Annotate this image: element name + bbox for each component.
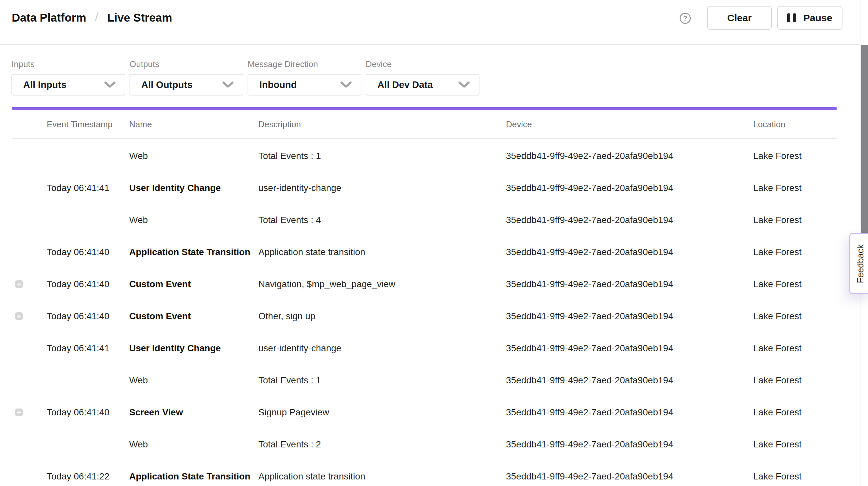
event-name: User Identity Change — [129, 343, 258, 354]
event-device: 35eddb41-9ff9-49e2-7aed-20afa90eb194 — [506, 439, 753, 450]
chevron-down-icon — [104, 82, 116, 88]
live-stream-accent-bar — [12, 107, 837, 110]
chevron-down-icon — [459, 82, 470, 88]
event-description: Signup Pageview — [258, 407, 506, 418]
event-name: User Identity Change — [129, 183, 258, 193]
breadcrumb-data-platform[interactable]: Data Platform — [12, 11, 86, 24]
row-expand-cell: + — [12, 473, 47, 481]
event-location: Lake Forest — [753, 247, 837, 257]
table-row[interactable]: + Today 06:41:40 Screen View Signup Page… — [12, 396, 837, 428]
column-device: Device — [506, 119, 753, 129]
help-button[interactable]: ? — [680, 13, 691, 24]
inputs-select-value: All Inputs — [23, 80, 66, 90]
row-expand-cell: + — [12, 408, 47, 416]
event-description: Total Events : 1 — [258, 375, 506, 386]
event-location: Lake Forest — [753, 151, 837, 161]
event-name: Web — [129, 375, 258, 386]
table-row[interactable]: + Today 06:41:22 Application State Trans… — [12, 460, 837, 486]
breadcrumb-separator: / — [95, 10, 98, 24]
event-timestamp: Today 06:41:40 — [47, 311, 129, 322]
plus-icon: + — [17, 281, 21, 287]
filter-device-label: Device — [366, 59, 479, 69]
event-name: Web — [129, 215, 258, 225]
event-timestamp: Today 06:41:40 — [47, 279, 129, 290]
table-row[interactable]: + Today 06:41:40 Custom Event Navigation… — [12, 268, 837, 300]
event-description: Navigation, $mp_web_page_view — [258, 279, 506, 290]
column-location: Location — [753, 119, 837, 129]
table-row[interactable]: + Today 06:41:41 User Identity Change us… — [12, 172, 837, 204]
table-row[interactable]: + Today 06:41:40 Custom Event Other, sig… — [12, 300, 837, 332]
feedback-tab-label: Feedback — [856, 244, 866, 283]
clear-button-label: Clear — [727, 12, 751, 24]
help-icon: ? — [683, 14, 687, 22]
device-select[interactable]: All Dev Data — [366, 74, 479, 95]
event-name: Web — [129, 151, 258, 161]
event-device: 35eddb41-9ff9-49e2-7aed-20afa90eb194 — [506, 471, 753, 482]
event-location: Lake Forest — [753, 375, 837, 386]
event-location: Lake Forest — [753, 183, 837, 193]
table-row[interactable]: + Today 06:41:40 Application State Trans… — [12, 236, 837, 268]
pause-icon — [787, 13, 796, 22]
event-device: 35eddb41-9ff9-49e2-7aed-20afa90eb194 — [506, 279, 753, 290]
event-table-body: + Web Total Events : 1 35eddb41-9ff9-49e… — [12, 140, 837, 486]
outputs-select-value: All Outputs — [141, 80, 192, 90]
event-location: Lake Forest — [753, 215, 837, 225]
event-device: 35eddb41-9ff9-49e2-7aed-20afa90eb194 — [506, 407, 753, 418]
row-expand-cell: + — [12, 248, 47, 256]
event-table-header: Event Timestamp Name Description Device … — [12, 110, 837, 139]
expand-row-button[interactable]: + — [15, 408, 23, 416]
breadcrumb: Data Platform / Live Stream — [12, 11, 172, 25]
table-row[interactable]: + Web Total Events : 1 35eddb41-9ff9-49e… — [12, 364, 837, 396]
row-expand-cell: + — [12, 184, 47, 192]
event-timestamp: Today 06:41:22 — [47, 471, 129, 482]
plus-icon: + — [17, 313, 21, 320]
event-name: Custom Event — [129, 311, 258, 322]
filter-device: Device All Dev Data — [366, 59, 479, 95]
filter-message-direction: Message Direction Inbound — [248, 59, 362, 95]
event-timestamp: Today 06:41:41 — [47, 183, 129, 193]
table-row[interactable]: + Web Total Events : 1 35eddb41-9ff9-49e… — [12, 140, 837, 172]
event-location: Lake Forest — [753, 439, 837, 450]
table-row[interactable]: + Today 06:41:41 User Identity Change us… — [12, 332, 837, 364]
scrollbar-thumb[interactable] — [861, 45, 868, 233]
message-direction-select[interactable]: Inbound — [248, 74, 362, 95]
event-timestamp: Today 06:41:40 — [47, 247, 129, 257]
event-name: Custom Event — [129, 279, 258, 290]
row-expand-cell: + — [12, 280, 47, 288]
row-expand-cell: + — [12, 152, 47, 160]
event-name: Application State Transition — [129, 471, 258, 482]
column-description: Description — [258, 119, 506, 129]
event-location: Lake Forest — [753, 407, 837, 418]
outputs-select[interactable]: All Outputs — [129, 74, 243, 95]
event-device: 35eddb41-9ff9-49e2-7aed-20afa90eb194 — [506, 343, 753, 354]
event-timestamp: Today 06:41:40 — [47, 407, 129, 418]
column-name: Name — [129, 119, 258, 129]
feedback-tab[interactable]: Feedback — [849, 233, 868, 294]
event-description: user-identity-change — [258, 183, 506, 193]
live-stream-screen: Data Platform / Live Stream ? Clear Paus… — [0, 0, 868, 486]
filter-inputs-label: Inputs — [11, 59, 125, 69]
filter-outputs: Outputs All Outputs — [129, 59, 243, 95]
event-device: 35eddb41-9ff9-49e2-7aed-20afa90eb194 — [506, 183, 753, 193]
expand-row-button[interactable]: + — [15, 312, 23, 320]
expand-row-button[interactable]: + — [15, 280, 23, 288]
event-name: Screen View — [129, 407, 258, 418]
inputs-select[interactable]: All Inputs — [11, 74, 125, 95]
filter-outputs-label: Outputs — [129, 59, 243, 69]
breadcrumb-current-live-stream: Live Stream — [107, 11, 172, 24]
event-description: Total Events : 4 — [258, 215, 506, 225]
row-expand-cell: + — [12, 344, 47, 352]
event-description: Other, sign up — [258, 311, 506, 322]
top-bar: Data Platform / Live Stream ? Clear Paus… — [0, 0, 860, 45]
event-device: 35eddb41-9ff9-49e2-7aed-20afa90eb194 — [506, 375, 753, 386]
row-expand-cell: + — [12, 376, 47, 384]
clear-button[interactable]: Clear — [707, 6, 772, 30]
event-device: 35eddb41-9ff9-49e2-7aed-20afa90eb194 — [506, 247, 753, 257]
event-description: Application state transition — [258, 247, 506, 257]
table-row[interactable]: + Web Total Events : 4 35eddb41-9ff9-49e… — [12, 204, 837, 236]
pause-button[interactable]: Pause — [777, 6, 842, 30]
event-description: Total Events : 1 — [258, 151, 506, 161]
table-row[interactable]: + Web Total Events : 2 35eddb41-9ff9-49e… — [12, 428, 837, 460]
event-location: Lake Forest — [753, 311, 837, 322]
row-expand-cell: + — [12, 216, 47, 224]
